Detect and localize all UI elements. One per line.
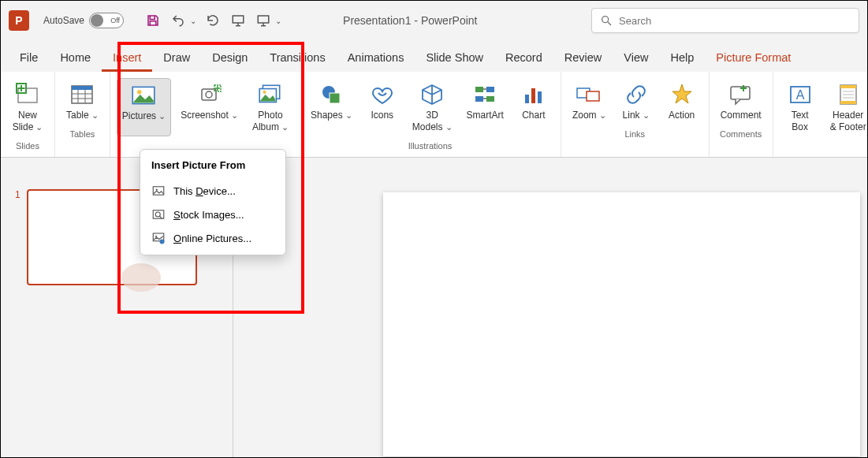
this-device-icon bbox=[151, 184, 166, 198]
svg-point-21 bbox=[206, 91, 212, 98]
chart-icon bbox=[520, 81, 547, 108]
ribbon-group-tables: Table Tables bbox=[55, 72, 110, 157]
screenshot-button[interactable]: Screenshot bbox=[176, 78, 243, 136]
photo-album-label: Photo Album bbox=[252, 110, 289, 133]
link-button[interactable]: Link bbox=[616, 78, 657, 125]
tab-record[interactable]: Record bbox=[494, 43, 553, 72]
comment-icon bbox=[728, 81, 754, 108]
pictures-label: Pictures bbox=[122, 110, 166, 122]
icons-label: Icons bbox=[371, 110, 393, 121]
link-label: Link bbox=[623, 110, 650, 121]
action-label: Action bbox=[669, 110, 695, 121]
zoom-icon bbox=[576, 81, 602, 108]
ribbon: New Slide Slides Table Tables Pictures S… bbox=[1, 72, 867, 158]
cube-icon bbox=[419, 81, 445, 108]
new-slide-button[interactable]: New Slide bbox=[7, 78, 48, 136]
tab-file[interactable]: File bbox=[9, 43, 49, 72]
svg-point-19 bbox=[137, 90, 141, 94]
quick-access-toolbar: ⌄ ⌄ bbox=[144, 12, 281, 29]
table-button[interactable]: Table bbox=[61, 78, 103, 125]
tab-review[interactable]: Review bbox=[553, 43, 613, 72]
zoom-button[interactable]: Zoom bbox=[568, 78, 611, 125]
qat-chevron-icon[interactable]: ⌄ bbox=[275, 17, 281, 25]
table-label: Table bbox=[66, 110, 99, 121]
tab-insert[interactable]: Insert bbox=[102, 43, 152, 72]
svg-line-7 bbox=[608, 22, 611, 25]
tab-view[interactable]: View bbox=[613, 43, 659, 72]
smartart-button[interactable]: SmartArt bbox=[462, 78, 509, 136]
online-pictures-icon bbox=[151, 231, 166, 245]
3d-models-label: 3D Models bbox=[412, 110, 453, 133]
app-icon: P bbox=[9, 10, 29, 31]
redo-icon[interactable] bbox=[204, 12, 222, 29]
chart-label: Chart bbox=[522, 110, 545, 121]
autosave-switch[interactable]: Off bbox=[89, 13, 124, 28]
save-icon[interactable] bbox=[144, 12, 162, 29]
ribbon-group-slides: New Slide Slides bbox=[1, 72, 55, 157]
3d-models-button[interactable]: 3D Models bbox=[408, 78, 457, 136]
tab-transitions[interactable]: Transitions bbox=[259, 43, 336, 72]
comment-label: Comment bbox=[721, 110, 762, 121]
ribbon-group-text: A Text Box Header & Footer bbox=[773, 72, 868, 157]
tab-home[interactable]: Home bbox=[49, 43, 102, 72]
group-label-comments: Comments bbox=[720, 128, 762, 142]
svg-rect-47 bbox=[840, 85, 856, 88]
thumbnail-number: 1 bbox=[15, 189, 20, 285]
svg-rect-54 bbox=[153, 210, 164, 219]
workspace: 1 bbox=[1, 178, 867, 457]
tab-slideshow[interactable]: Slide Show bbox=[415, 43, 494, 72]
tab-animations[interactable]: Animations bbox=[337, 43, 415, 72]
tab-draw[interactable]: Draw bbox=[152, 43, 201, 72]
pictures-button[interactable]: Pictures bbox=[117, 78, 171, 136]
shapes-icon bbox=[318, 81, 345, 108]
screenshot-icon bbox=[196, 81, 223, 108]
svg-rect-32 bbox=[475, 96, 483, 102]
header-footer-button[interactable]: Header & Footer bbox=[825, 78, 868, 136]
svg-point-6 bbox=[602, 17, 609, 23]
undo-icon[interactable] bbox=[170, 12, 187, 29]
comment-button[interactable]: Comment bbox=[716, 78, 766, 125]
tab-design[interactable]: Design bbox=[201, 43, 259, 72]
svg-text:A: A bbox=[795, 88, 804, 102]
search-icon bbox=[600, 14, 613, 27]
stock-images-item[interactable]: Stock Images... bbox=[140, 203, 285, 226]
ribbon-group-illustrations: Shapes Icons 3D Models SmartArt Chart Il… bbox=[300, 72, 561, 157]
svg-rect-31 bbox=[486, 87, 494, 92]
svg-rect-38 bbox=[538, 91, 542, 103]
tab-picture-format[interactable]: Picture Format bbox=[705, 43, 802, 72]
text-box-button[interactable]: A Text Box bbox=[780, 78, 821, 136]
svg-rect-13 bbox=[72, 86, 92, 90]
stock-images-icon bbox=[151, 207, 166, 222]
stock-images-label: Stock Images... bbox=[173, 209, 244, 221]
shapes-button[interactable]: Shapes bbox=[306, 78, 357, 136]
shapes-label: Shapes bbox=[311, 110, 352, 121]
online-pictures-item[interactable]: Online Pictures... bbox=[140, 226, 285, 250]
slide[interactable] bbox=[383, 192, 860, 456]
search-input[interactable] bbox=[619, 15, 851, 27]
svg-point-55 bbox=[155, 212, 160, 217]
action-button[interactable]: Action bbox=[661, 78, 702, 125]
search-box[interactable] bbox=[591, 8, 859, 33]
new-slide-icon bbox=[14, 81, 41, 108]
pictures-icon bbox=[130, 82, 157, 109]
autosave-toggle[interactable]: AutoSave Off bbox=[43, 13, 124, 28]
present-icon[interactable] bbox=[255, 12, 272, 29]
this-device-label: This Device... bbox=[173, 185, 236, 197]
photo-album-button[interactable]: Photo Album bbox=[248, 78, 293, 136]
smartart-icon bbox=[471, 81, 498, 108]
tab-help[interactable]: Help bbox=[659, 43, 705, 72]
group-label-tables: Tables bbox=[69, 128, 95, 142]
this-device-item[interactable]: This Device... bbox=[140, 179, 285, 203]
icons-button[interactable]: Icons bbox=[362, 78, 403, 136]
undo-chevron-icon[interactable]: ⌄ bbox=[190, 17, 196, 25]
chart-button[interactable]: Chart bbox=[513, 78, 554, 136]
zoom-label: Zoom bbox=[572, 110, 606, 121]
svg-rect-52 bbox=[153, 187, 164, 195]
svg-point-59 bbox=[160, 240, 165, 244]
group-label-slides: Slides bbox=[16, 140, 39, 154]
autosave-label: AutoSave bbox=[43, 15, 84, 26]
pictures-dropdown: Insert Picture From This Device... Stock… bbox=[140, 149, 286, 255]
svg-rect-29 bbox=[330, 93, 340, 103]
from-beginning-icon[interactable] bbox=[229, 12, 247, 29]
svg-point-27 bbox=[263, 91, 266, 94]
